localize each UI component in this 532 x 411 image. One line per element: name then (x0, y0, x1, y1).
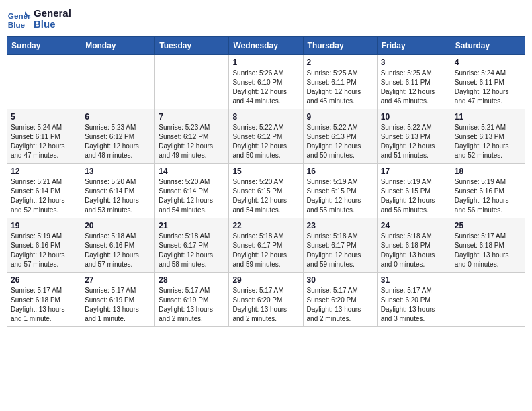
calendar-cell: 7Sunrise: 5:23 AM Sunset: 6:12 PM Daylig… (155, 109, 229, 164)
day-info: Sunrise: 5:18 AM Sunset: 6:16 PM Dayligh… (85, 232, 151, 269)
calendar-header-row: SundayMondayTuesdayWednesdayThursdayFrid… (7, 37, 525, 55)
day-info: Sunrise: 5:18 AM Sunset: 6:17 PM Dayligh… (307, 232, 373, 269)
calendar-cell: 9Sunrise: 5:22 AM Sunset: 6:13 PM Daylig… (303, 109, 377, 164)
calendar-cell: 14Sunrise: 5:20 AM Sunset: 6:14 PM Dayli… (155, 164, 229, 218)
calendar-cell: 16Sunrise: 5:19 AM Sunset: 6:15 PM Dayli… (303, 164, 377, 218)
calendar-cell: 13Sunrise: 5:20 AM Sunset: 6:14 PM Dayli… (81, 164, 155, 218)
calendar-cell: 25Sunrise: 5:17 AM Sunset: 6:18 PM Dayli… (451, 218, 525, 273)
day-number: 23 (307, 221, 373, 230)
day-number: 18 (455, 167, 521, 176)
day-info: Sunrise: 5:19 AM Sunset: 6:16 PM Dayligh… (11, 232, 77, 269)
calendar-cell (451, 273, 525, 327)
calendar-cell: 26Sunrise: 5:17 AM Sunset: 6:18 PM Dayli… (7, 273, 81, 327)
day-info: Sunrise: 5:22 AM Sunset: 6:12 PM Dayligh… (232, 123, 299, 161)
day-number: 5 (11, 112, 77, 122)
calendar-cell: 20Sunrise: 5:18 AM Sunset: 6:16 PM Dayli… (81, 218, 155, 273)
calendar-week-row: 5Sunrise: 5:24 AM Sunset: 6:11 PM Daylig… (7, 109, 525, 164)
logo-icon: General Blue (7, 7, 31, 31)
calendar-cell: 3Sunrise: 5:25 AM Sunset: 6:11 PM Daylig… (377, 55, 451, 109)
logo-text-general: General (34, 8, 71, 19)
day-number: 25 (455, 221, 521, 230)
day-info: Sunrise: 5:22 AM Sunset: 6:13 PM Dayligh… (307, 123, 373, 161)
header-day-thursday: Thursday (303, 37, 377, 55)
calendar-cell: 12Sunrise: 5:21 AM Sunset: 6:14 PM Dayli… (7, 164, 81, 218)
calendar-cell: 29Sunrise: 5:17 AM Sunset: 6:20 PM Dayli… (229, 273, 303, 327)
day-info: Sunrise: 5:22 AM Sunset: 6:13 PM Dayligh… (381, 123, 447, 161)
day-info: Sunrise: 5:17 AM Sunset: 6:20 PM Dayligh… (307, 286, 373, 324)
calendar-cell: 11Sunrise: 5:21 AM Sunset: 6:13 PM Dayli… (451, 109, 525, 164)
calendar-cell: 18Sunrise: 5:19 AM Sunset: 6:16 PM Dayli… (451, 164, 525, 218)
day-number: 30 (307, 275, 373, 285)
header-day-sunday: Sunday (7, 37, 81, 55)
calendar-table: SundayMondayTuesdayWednesdayThursdayFrid… (7, 36, 525, 327)
calendar-cell: 2Sunrise: 5:25 AM Sunset: 6:11 PM Daylig… (303, 55, 377, 109)
day-info: Sunrise: 5:20 AM Sunset: 6:14 PM Dayligh… (85, 177, 151, 215)
day-info: Sunrise: 5:20 AM Sunset: 6:15 PM Dayligh… (232, 177, 299, 215)
day-number: 8 (232, 112, 299, 122)
day-number: 11 (455, 112, 521, 122)
calendar-cell: 21Sunrise: 5:18 AM Sunset: 6:17 PM Dayli… (155, 218, 229, 273)
day-info: Sunrise: 5:17 AM Sunset: 6:19 PM Dayligh… (85, 286, 151, 324)
calendar-cell: 31Sunrise: 5:17 AM Sunset: 6:20 PM Dayli… (377, 273, 451, 327)
calendar-cell: 8Sunrise: 5:22 AM Sunset: 6:12 PM Daylig… (229, 109, 303, 164)
calendar-week-row: 19Sunrise: 5:19 AM Sunset: 6:16 PM Dayli… (7, 218, 525, 273)
day-info: Sunrise: 5:18 AM Sunset: 6:18 PM Dayligh… (381, 232, 447, 269)
day-number: 6 (85, 112, 151, 122)
calendar-cell (7, 55, 81, 109)
day-number: 14 (159, 167, 225, 176)
day-info: Sunrise: 5:19 AM Sunset: 6:16 PM Dayligh… (455, 177, 521, 215)
day-info: Sunrise: 5:18 AM Sunset: 6:17 PM Dayligh… (232, 232, 299, 269)
calendar-cell: 28Sunrise: 5:17 AM Sunset: 6:19 PM Dayli… (155, 273, 229, 327)
day-info: Sunrise: 5:24 AM Sunset: 6:11 PM Dayligh… (455, 68, 521, 106)
day-info: Sunrise: 5:23 AM Sunset: 6:12 PM Dayligh… (85, 123, 151, 161)
logo: General Blue General Blue (7, 7, 71, 31)
day-info: Sunrise: 5:23 AM Sunset: 6:12 PM Dayligh… (159, 123, 225, 161)
day-info: Sunrise: 5:25 AM Sunset: 6:11 PM Dayligh… (381, 68, 447, 106)
day-number: 9 (307, 112, 373, 122)
header-day-tuesday: Tuesday (155, 37, 229, 55)
day-number: 3 (381, 58, 447, 67)
calendar-cell: 19Sunrise: 5:19 AM Sunset: 6:16 PM Dayli… (7, 218, 81, 273)
day-number: 24 (381, 221, 447, 230)
day-number: 2 (307, 58, 373, 67)
day-info: Sunrise: 5:26 AM Sunset: 6:10 PM Dayligh… (232, 68, 299, 106)
day-number: 31 (381, 275, 447, 285)
day-number: 7 (159, 112, 225, 122)
header-day-friday: Friday (377, 37, 451, 55)
calendar-cell (155, 55, 229, 109)
calendar-cell: 15Sunrise: 5:20 AM Sunset: 6:15 PM Dayli… (229, 164, 303, 218)
calendar-week-row: 12Sunrise: 5:21 AM Sunset: 6:14 PM Dayli… (7, 164, 525, 218)
day-info: Sunrise: 5:19 AM Sunset: 6:15 PM Dayligh… (381, 177, 447, 215)
calendar-cell: 22Sunrise: 5:18 AM Sunset: 6:17 PM Dayli… (229, 218, 303, 273)
day-info: Sunrise: 5:17 AM Sunset: 6:18 PM Dayligh… (455, 232, 521, 269)
calendar-cell: 17Sunrise: 5:19 AM Sunset: 6:15 PM Dayli… (377, 164, 451, 218)
day-info: Sunrise: 5:17 AM Sunset: 6:18 PM Dayligh… (11, 286, 77, 324)
day-number: 13 (85, 167, 151, 176)
header-day-wednesday: Wednesday (229, 37, 303, 55)
day-info: Sunrise: 5:18 AM Sunset: 6:17 PM Dayligh… (159, 232, 225, 269)
day-number: 17 (381, 167, 447, 176)
logo-text-blue: Blue (34, 19, 71, 30)
day-number: 1 (232, 58, 299, 67)
day-number: 26 (11, 275, 77, 285)
calendar-week-row: 1Sunrise: 5:26 AM Sunset: 6:10 PM Daylig… (7, 55, 525, 109)
day-info: Sunrise: 5:19 AM Sunset: 6:15 PM Dayligh… (307, 177, 373, 215)
day-info: Sunrise: 5:24 AM Sunset: 6:11 PM Dayligh… (11, 123, 77, 161)
day-info: Sunrise: 5:17 AM Sunset: 6:19 PM Dayligh… (159, 286, 225, 324)
day-number: 29 (232, 275, 299, 285)
calendar-cell: 27Sunrise: 5:17 AM Sunset: 6:19 PM Dayli… (81, 273, 155, 327)
calendar-cell: 30Sunrise: 5:17 AM Sunset: 6:20 PM Dayli… (303, 273, 377, 327)
day-number: 21 (159, 221, 225, 230)
day-number: 10 (381, 112, 447, 122)
header-day-saturday: Saturday (451, 37, 525, 55)
day-info: Sunrise: 5:17 AM Sunset: 6:20 PM Dayligh… (232, 286, 299, 324)
day-number: 27 (85, 275, 151, 285)
day-number: 4 (455, 58, 521, 67)
day-number: 12 (11, 167, 77, 176)
day-info: Sunrise: 5:25 AM Sunset: 6:11 PM Dayligh… (307, 68, 373, 106)
day-info: Sunrise: 5:17 AM Sunset: 6:20 PM Dayligh… (381, 286, 447, 324)
calendar-cell (81, 55, 155, 109)
day-info: Sunrise: 5:21 AM Sunset: 6:14 PM Dayligh… (11, 177, 77, 215)
header-day-monday: Monday (81, 37, 155, 55)
calendar-week-row: 26Sunrise: 5:17 AM Sunset: 6:18 PM Dayli… (7, 273, 525, 327)
